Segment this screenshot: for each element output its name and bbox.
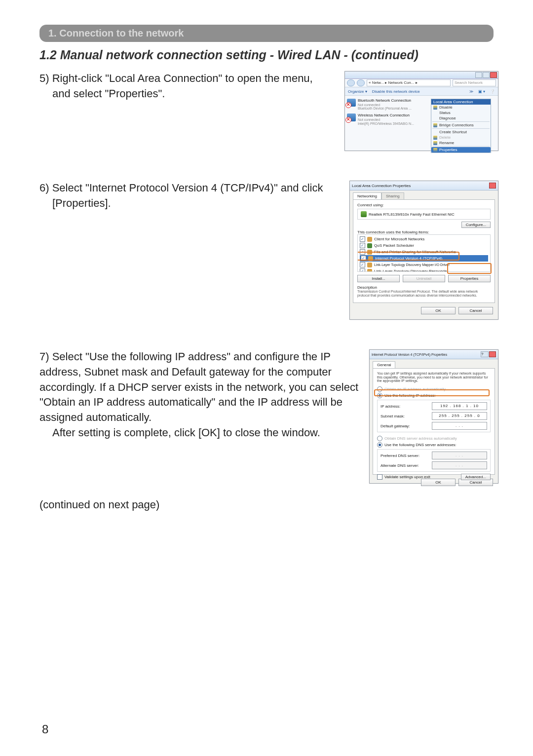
validate-checkbox[interactable]: Validate settings upon exit (377, 474, 430, 480)
explorer-titlebar (345, 72, 498, 79)
dns2-label: Alternate DNS server: (381, 463, 419, 468)
ip-input[interactable]: 192 . 168 . 1 . 10 (432, 402, 487, 410)
network-icon: ✕ (347, 113, 356, 121)
continued-text: (continued on next page) (39, 498, 498, 511)
radio-icon (377, 442, 382, 448)
forward-button[interactable] (357, 79, 365, 86)
nic-name: Realtek RTL8139/810x Family Fast Etherne… (369, 212, 455, 217)
item-client[interactable]: ✓Client for Microsoft Networks (360, 236, 488, 242)
ctx-bridge[interactable]: Bridge Connections (431, 122, 491, 128)
step-6-thumbnail: Local Area Connection Properties Network… (349, 181, 498, 320)
conn1-status: Not connected (358, 103, 412, 107)
ctx-header: Local Area Connection (431, 99, 491, 105)
radio-use-dns[interactable]: Use the following DNS server addresses: (377, 442, 491, 448)
address-path[interactable]: « Netw... ▸ Network Con... ▸ (367, 79, 451, 86)
step-5-line1: Right-click "Local Area Connection" to o… (52, 72, 313, 84)
step-7-text: 7) Select "Use the following IP address"… (39, 349, 359, 441)
step-7: 7) Select "Use the following IP address"… (39, 349, 498, 484)
advanced-button[interactable]: Advanced... (461, 474, 491, 480)
tab-networking[interactable]: Networking (353, 192, 381, 199)
mask-label: Subnet mask: (381, 414, 405, 418)
conn1-sub: Bluetooth Device (Personal Area ... (358, 107, 412, 111)
step-7-para1: Select "Use the following IP address" an… (39, 350, 358, 423)
properties-button[interactable]: Properties (448, 275, 491, 282)
item-qos[interactable]: ✓QoS Packet Scheduler (360, 242, 488, 249)
item-lltd-driver[interactable]: ✓Link-Layer Topology Discovery Mapper I/… (360, 262, 488, 268)
connection-item-bluetooth[interactable]: ✕ Bluetooth Network Connection Not conne… (347, 99, 427, 111)
close-button[interactable] (489, 351, 496, 357)
description-label: Description (357, 285, 491, 290)
install-button[interactable]: Install... (357, 275, 400, 282)
help-button[interactable]: ? (481, 351, 489, 357)
networking-panel: Connect using: Realtek RTL8139/810x Fami… (353, 199, 495, 303)
tab-general[interactable]: General (373, 361, 395, 368)
mask-input[interactable]: 255 . 255 . 255 . 0 (432, 412, 487, 420)
cancel-button[interactable]: Cancel (458, 307, 493, 314)
maximize-button[interactable] (483, 72, 490, 78)
section-title: 1.2 Manual network connection setting - … (39, 48, 498, 62)
explorer-toolbar: Organize ▾ Disable this network device ≫… (345, 87, 498, 96)
disable-device-button[interactable]: Disable this network device (372, 89, 420, 94)
page-number: 8 (42, 722, 48, 736)
explorer-window: « Netw... ▸ Network Con... ▸ Search Netw… (344, 71, 498, 151)
description-text: Transmission Control Protocol/Internet P… (357, 290, 491, 297)
uninstall-button[interactable]: Uninstall (403, 275, 445, 282)
search-input[interactable]: Search Network Connections (453, 79, 496, 86)
connection-list: ✕ Bluetooth Network Connection Not conne… (345, 96, 429, 152)
gateway-input[interactable]: . . . (432, 422, 487, 430)
close-button[interactable] (490, 72, 497, 78)
radio-icon (377, 386, 382, 392)
ctx-rename[interactable]: Rename (431, 140, 491, 146)
checkbox-icon (377, 474, 382, 480)
section-header-bar: 1. Connection to the network (39, 25, 494, 42)
radio-icon (377, 436, 382, 441)
step-7-thumbnail: Internet Protocol Version 4 (TCP/IPv4) P… (369, 349, 498, 484)
dns1-input[interactable]: . . . (432, 452, 487, 459)
radio-obtain-dns[interactable]: Obtain DNS server address automatically (377, 435, 491, 442)
gateway-label: Default gateway: (381, 424, 410, 428)
ctx-disable[interactable]: Disable (431, 105, 491, 110)
ipv4-properties-dialog: Internet Protocol Version 4 (TCP/IPv4) P… (369, 349, 498, 484)
radio-obtain-ip[interactable]: Obtain an IP address automatically (377, 386, 491, 392)
ctx-diagnose[interactable]: Diagnose (431, 115, 491, 121)
ctx-delete[interactable]: Delete (431, 135, 491, 140)
step-7-para2: After setting is complete, click [OK] to… (39, 425, 320, 441)
back-button[interactable] (347, 79, 355, 86)
dns2-input[interactable]: . . . (432, 461, 487, 469)
lan-properties-dialog: Local Area Connection Properties Network… (349, 181, 498, 320)
close-button[interactable] (489, 183, 496, 189)
minimize-button[interactable] (475, 72, 482, 78)
general-panel: You can get IP settings assigned automat… (373, 368, 495, 475)
dialog-titlebar: Local Area Connection Properties (350, 181, 498, 190)
connection-item-wireless[interactable]: ✕ Wireless Network Connection Not connec… (347, 113, 427, 125)
radio-use-ip[interactable]: Use the following IP address: (377, 392, 491, 399)
tab-sharing[interactable]: Sharing (381, 192, 404, 199)
ok-button[interactable]: OK (421, 307, 456, 314)
context-menu: Local Area Connection Disable Status Dia… (431, 99, 491, 153)
intro-text: You can get IP settings assigned automat… (377, 372, 491, 383)
conn2-sub: Intel(R) PRO/Wireless 3945ABG N... (358, 122, 414, 126)
shield-icon (433, 106, 437, 110)
radio-icon (377, 393, 382, 398)
conn2-status: Not connected (358, 118, 414, 122)
conn1-title: Bluetooth Network Connection (358, 99, 412, 103)
dns1-label: Preferred DNS server: (381, 454, 419, 458)
dialog-titlebar: Internet Protocol Version 4 (TCP/IPv4) P… (370, 350, 498, 359)
step-7-number: 7) (39, 350, 49, 363)
configure-button[interactable]: Configure... (461, 222, 491, 228)
dialog-title: Internet Protocol Version 4 (TCP/IPv4) P… (372, 353, 447, 356)
ctx-status[interactable]: Status (431, 110, 491, 115)
step-6-text: 6) Select "Internet Protocol Version 4 (… (39, 181, 340, 211)
item-lltd-resp[interactable]: ✓Link-Layer Topology Discovery Responder (360, 268, 488, 272)
shield-icon (433, 136, 437, 140)
section-header-text: 1. Connection to the network (48, 28, 184, 38)
step-6-line1: Select "Internet Protocol Version 4 (TCP… (52, 182, 323, 194)
ip-label: IP address: (381, 404, 400, 409)
ctx-shortcut[interactable]: Create Shortcut (431, 129, 491, 135)
shield-icon (433, 141, 437, 145)
item-ipv4-selected[interactable]: ✓Internet Protocol Version 4 (TCP/IPv4) (360, 255, 488, 262)
network-icon: ✕ (347, 99, 356, 107)
item-fps[interactable]: ✓File and Printer Sharing for Microsoft … (360, 249, 488, 255)
organize-menu[interactable]: Organize ▾ (348, 89, 367, 94)
ctx-properties[interactable]: Properties (431, 147, 491, 152)
